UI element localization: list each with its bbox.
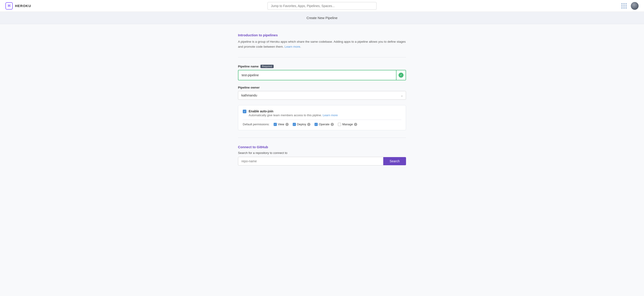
header: H HEROKU <box>0 0 644 12</box>
autojoin-header: ✓ Enable auto-join Automatically give te… <box>243 110 401 117</box>
logo-box: H <box>6 2 13 10</box>
github-title: Connect to GitHub <box>238 145 406 149</box>
permissions-label: Default permissions: <box>243 122 270 126</box>
autojoin-checkbox[interactable]: ✓ <box>243 110 246 113</box>
permission-manage: Manage i <box>338 122 357 126</box>
repo-name-input[interactable] <box>238 157 383 166</box>
autojoin-label: Enable auto-join <box>249 110 338 113</box>
global-search-input[interactable] <box>268 2 376 10</box>
operate-info-icon: i <box>331 123 334 126</box>
deploy-info-icon: i <box>307 123 310 126</box>
pipeline-name-check-icon: ✓ <box>398 73 404 78</box>
permission-view: ✓ View i <box>274 122 288 126</box>
operate-checkbox[interactable]: ✓ <box>314 123 318 126</box>
pipeline-owner-select-wrapper: kathmandu ⌄ <box>238 91 406 100</box>
required-badge: Required <box>260 65 274 68</box>
search-button[interactable]: Search <box>383 157 406 165</box>
github-divider <box>238 138 406 138</box>
global-search[interactable] <box>268 2 376 10</box>
pipeline-name-label-row: Pipeline name Required <box>238 65 406 68</box>
pipeline-name-label: Pipeline name <box>238 65 259 68</box>
github-section: Connect to GitHub Search for a repositor… <box>238 145 406 166</box>
github-search-label: Search for a repository to connect to <box>238 151 406 154</box>
pipeline-name-input[interactable] <box>238 71 396 79</box>
header-right <box>621 2 638 10</box>
permission-deploy: ✓ Deploy i <box>293 122 310 126</box>
autojoin-learn-more-link[interactable]: Learn more <box>323 114 338 117</box>
permission-operate: ✓ Operate i <box>314 122 334 126</box>
pipeline-name-group: Pipeline name Required ✓ <box>238 65 406 80</box>
logo-letter: H <box>8 4 10 8</box>
permissions-row: Default permissions: ✓ View i ✓ Deploy i… <box>243 122 401 126</box>
logo-link[interactable]: H HEROKU <box>6 2 31 10</box>
view-label: View <box>278 122 284 126</box>
manage-info-icon: i <box>354 123 357 126</box>
pipeline-owner-label: Pipeline owner <box>238 86 406 89</box>
manage-label: Manage <box>342 122 353 126</box>
autojoin-desc: Automatically give team members access t… <box>249 114 338 117</box>
operate-label: Operate <box>319 122 330 126</box>
pipeline-name-check-box: ✓ <box>396 70 406 80</box>
section-divider <box>238 57 406 58</box>
pipeline-name-input-wrapper: ✓ <box>238 70 406 80</box>
deploy-label: Deploy <box>297 122 306 126</box>
intro-description: A pipeline is a group of Heroku apps whi… <box>238 39 406 49</box>
page-title: Create New Pipeline <box>306 16 338 20</box>
grid-icon[interactable] <box>621 3 627 9</box>
pipeline-owner-group: Pipeline owner kathmandu ⌄ <box>238 86 406 100</box>
sub-header: Create New Pipeline <box>0 12 644 24</box>
repo-search-row: Search <box>238 157 406 166</box>
avatar[interactable] <box>631 2 638 10</box>
deploy-checkbox[interactable]: ✓ <box>293 123 296 126</box>
view-checkbox[interactable]: ✓ <box>274 123 277 126</box>
intro-section: Introduction to pipelines A pipeline is … <box>238 33 406 49</box>
intro-learn-more-link[interactable]: Learn more <box>284 45 300 48</box>
main-content: Introduction to pipelines A pipeline is … <box>234 33 410 166</box>
view-info-icon: i <box>286 123 288 126</box>
manage-checkbox[interactable] <box>338 123 341 126</box>
intro-title: Introduction to pipelines <box>238 33 406 37</box>
autojoin-box: ✓ Enable auto-join Automatically give te… <box>238 105 406 130</box>
pipeline-owner-select[interactable]: kathmandu <box>238 91 406 100</box>
logo-text: HEROKU <box>15 4 31 8</box>
